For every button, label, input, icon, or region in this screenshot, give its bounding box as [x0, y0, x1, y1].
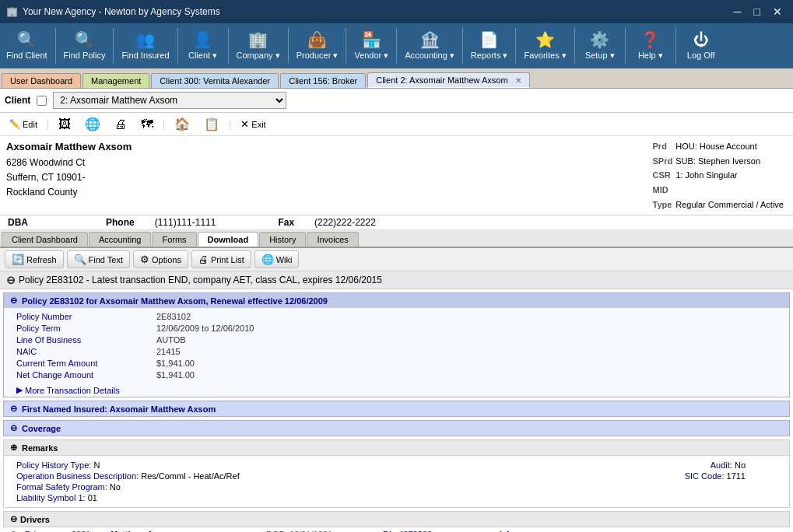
minimize-button[interactable]: ─ — [729, 5, 746, 19]
download-toolbar: 🔄 Refresh 🔍 Find Text ⚙ Options 🖨 Print … — [0, 248, 793, 271]
toolbar-company-label: Company ▾ — [237, 51, 280, 61]
copy-button[interactable]: 📋 — [199, 115, 224, 133]
title-bar-controls: ─ □ ✕ — [729, 5, 787, 19]
toolbar-sep-8 — [462, 28, 463, 64]
toolbar-setup[interactable]: ⚙️ Setup ▾ — [577, 25, 623, 67]
sub-tab-accounting-label: Accounting — [99, 235, 141, 244]
tab-client-156[interactable]: Client 156: Broker — [280, 73, 366, 88]
type-value: Regular Commercial / Active — [675, 198, 787, 212]
exit-button[interactable]: ✕ Exit — [236, 117, 270, 131]
client-name: Axsomair Matthew Axsom — [6, 139, 645, 156]
refresh-button[interactable]: 🔄 Refresh — [5, 250, 64, 268]
close-button[interactable]: ✕ — [768, 5, 787, 19]
toolbar-log-off[interactable]: ⏻ Log Off — [678, 25, 725, 67]
client-label: Client — [5, 95, 30, 106]
naic-label: NAIC — [16, 346, 156, 357]
maximize-button[interactable]: □ — [749, 5, 765, 19]
formal-safety-row: Formal Safety Program: No — [16, 482, 397, 492]
more-details-link[interactable]: ▶ More Transaction Details — [4, 383, 789, 397]
client-meta: Prd HOU: House Account SPrd SUB: Stephen… — [653, 139, 787, 212]
toolbar-client[interactable]: 👤 Client ▾ — [180, 25, 226, 67]
policy-number-label: Policy Number — [16, 311, 156, 322]
title-bar-left: 🏢 Your New Agency - Newton by Agency Sys… — [6, 6, 220, 17]
toolbar-producer-label: Producer ▾ — [296, 51, 339, 61]
formal-safety-label: Formal Safety Program: — [16, 482, 110, 492]
toolbar-reports[interactable]: 📄 Reports ▾ — [465, 25, 514, 67]
find-insured-icon: 👥 — [135, 32, 155, 47]
tab-user-dashboard-label: User Dashboard — [10, 76, 72, 86]
sub-tab-history[interactable]: History — [259, 232, 306, 247]
sub-tab-invoices[interactable]: Invoices — [307, 232, 358, 247]
sub-tab-forms[interactable]: Forms — [152, 232, 196, 247]
options-label: Options — [152, 255, 181, 264]
directions-button[interactable]: 🗺 — [136, 116, 158, 133]
policy-collapse-icon[interactable]: ⊖ — [6, 274, 16, 286]
audit-row: Audit: No — [397, 460, 777, 470]
policy-term-label: Policy Term — [16, 323, 156, 334]
type-label: Type — [653, 198, 676, 212]
toolbar-help[interactable]: ❓ Help ▾ — [627, 25, 674, 67]
client-select[interactable]: 2: Axsomair Matthew Axsom — [53, 92, 286, 109]
sprd-label: SPrd — [653, 154, 676, 169]
company-icon: 🏢 — [248, 32, 268, 47]
named-insured-bar[interactable]: ⊖ First Named Insured: Axsomair Matthew … — [3, 401, 790, 417]
web-button[interactable]: 🌐 — [80, 115, 105, 133]
edit-button[interactable]: ✏️ Edit — [5, 117, 42, 131]
sub-tab-download[interactable]: Download — [198, 232, 259, 247]
toolbar-favorites[interactable]: ⭐ Favorites ▾ — [518, 25, 572, 67]
named-insured-icon: ⊖ — [10, 404, 17, 414]
print-list-label: Print List — [211, 255, 244, 264]
toolbar-accounting[interactable]: 🏦 Accounting ▾ — [398, 25, 460, 67]
sub-tab-client-dashboard[interactable]: Client Dashboard — [2, 232, 88, 247]
toolbar-help-label: Help ▾ — [638, 51, 663, 61]
toolbar-accounting-label: Accounting ▾ — [405, 51, 454, 61]
photo-button[interactable]: 🖼 — [54, 116, 75, 133]
accounting-icon: 🏦 — [420, 32, 440, 47]
log-off-icon: ⏻ — [693, 32, 709, 47]
toolbar-sep-4 — [228, 28, 229, 64]
find-text-button[interactable]: 🔍 Find Text — [67, 250, 130, 268]
policy-term-value: 12/06/2009 to 12/06/2010 — [156, 323, 777, 334]
policy-section-header[interactable]: ⊖ Policy 2E83102 for Axsomair Matthew Ax… — [4, 293, 789, 308]
print-list-button[interactable]: 🖨 Print List — [191, 250, 251, 268]
policy-section-collapse-icon[interactable]: ⊖ — [10, 296, 17, 306]
edit-label: Edit — [23, 120, 37, 129]
mid-label: MID — [653, 183, 676, 198]
policy-section: ⊖ Policy 2E83102 for Axsomair Matthew Ax… — [3, 292, 790, 397]
remarks-bar[interactable]: ⊕ Remarks — [3, 439, 790, 456]
prd-label: Prd — [653, 139, 676, 154]
exit-label: Exit — [251, 120, 265, 129]
print-button[interactable]: 🖨 — [110, 116, 132, 133]
tab-client-2[interactable]: Client 2: Axsomair Matthew Axsom ✕ — [367, 72, 529, 88]
client-icon: 👤 — [193, 32, 212, 47]
toolbar-find-client[interactable]: 🔍 Find Client — [0, 25, 54, 67]
tab-client-300[interactable]: Client 300: Vernita Alexander — [151, 73, 279, 88]
find-text-label: Find Text — [89, 255, 123, 264]
operation-row: Operation Business Description: Res/Comm… — [16, 471, 397, 481]
coverage-bar[interactable]: ⊖ Coverage — [3, 420, 790, 436]
policy-header[interactable]: ⊖ Policy 2E83102 - Latest transaction EN… — [0, 271, 793, 289]
wiki-button[interactable]: 🌐 Wiki — [254, 250, 300, 268]
line-of-business-label: Line Of Business — [16, 334, 156, 345]
driver-1-expand-icon[interactable]: ⊕ — [9, 529, 25, 532]
more-details-arrow: ▶ — [16, 385, 23, 395]
policy-history-value: N — [93, 460, 100, 470]
tab-management[interactable]: Management — [82, 73, 149, 88]
home-button[interactable]: 🏠 — [170, 115, 195, 133]
drivers-header[interactable]: ⊖ Drivers — [3, 511, 790, 527]
client-checkbox[interactable] — [37, 96, 47, 106]
toolbar-company[interactable]: 🏢 Company ▾ — [230, 25, 286, 67]
toolbar-producer[interactable]: 👜 Producer ▾ — [290, 25, 345, 67]
phone-value: (111)111-1111 — [155, 217, 216, 228]
tab-client-2-close[interactable]: ✕ — [515, 76, 521, 85]
toolbar-find-insured[interactable]: 👥 Find Insured — [115, 25, 175, 67]
liability-label: Liability Symbol 1: — [16, 493, 88, 502]
options-button[interactable]: ⚙ Options — [133, 250, 188, 268]
tab-user-dashboard[interactable]: User Dashboard — [2, 73, 81, 88]
operation-value: Res/Comml - Heat/Ac/Ref — [141, 471, 240, 481]
toolbar-vendor[interactable]: 🏪 Vendor ▾ — [348, 25, 395, 67]
client-details-panel: Axsomair Matthew Axsom 6286 Woodwind Ct … — [0, 136, 793, 215]
find-text-icon: 🔍 — [74, 254, 86, 265]
toolbar-find-policy[interactable]: 🔍 Find Policy — [58, 25, 112, 67]
sub-tab-accounting[interactable]: Accounting — [89, 232, 151, 247]
